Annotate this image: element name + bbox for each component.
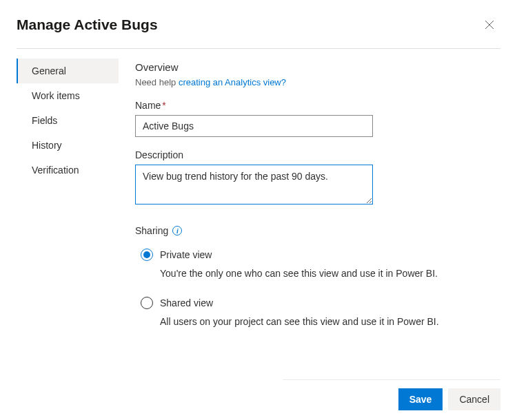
radio-label: Shared view [160, 297, 213, 308]
help-prefix: Need help [135, 77, 179, 87]
dialog-header: Manage Active Bugs [0, 0, 517, 48]
radio-option-private: Private view You're the only one who can… [141, 249, 500, 279]
description-field-block: Description View bug trend history for t… [135, 149, 500, 204]
radio-icon [141, 297, 153, 309]
dialog-title: Manage Active Bugs [17, 17, 158, 33]
description-label: Description [135, 149, 500, 160]
help-link[interactable]: creating an Analytics view? [179, 77, 286, 87]
sidebar-item-verification[interactable]: Verification [17, 158, 119, 182]
sharing-label: Sharing [135, 225, 168, 236]
sidebar-item-general[interactable]: General [17, 59, 119, 83]
name-field-block: Name* [135, 100, 500, 137]
radio-shared[interactable]: Shared view [141, 297, 500, 309]
sidebar-item-fields[interactable]: Fields [17, 108, 119, 133]
description-textarea[interactable]: View bug trend history for the past 90 d… [135, 165, 373, 204]
sidebar-item-label: Fields [32, 115, 57, 126]
dialog-body: General Work items Fields History Verifi… [0, 49, 517, 345]
save-button[interactable]: Save [398, 388, 443, 410]
radio-private[interactable]: Private view [141, 249, 500, 261]
main-panel: Overview Need help creating an Analytics… [119, 54, 500, 345]
radio-label: Private view [160, 249, 212, 260]
name-input[interactable] [135, 115, 373, 137]
required-asterisk: * [162, 100, 165, 111]
info-icon[interactable]: i [172, 226, 182, 235]
sharing-label-row: Sharing i [135, 225, 500, 236]
sidebar-item-history[interactable]: History [17, 133, 119, 158]
overview-heading: Overview [135, 61, 500, 73]
close-icon [485, 20, 494, 30]
name-label: Name* [135, 100, 500, 111]
name-label-text: Name [135, 100, 161, 111]
radio-description: All users on your project can see this v… [160, 316, 500, 327]
radio-description: You're the only one who can see this vie… [160, 268, 500, 279]
footer-divider [283, 379, 500, 380]
sidebar-item-label: History [32, 140, 62, 151]
sidebar-item-label: General [32, 65, 66, 76]
dialog-footer: Save Cancel [17, 379, 500, 410]
sidebar-item-label: Verification [32, 165, 79, 176]
sidebar: General Work items Fields History Verifi… [17, 54, 119, 345]
sidebar-item-label: Work items [32, 90, 80, 101]
radio-option-shared: Shared view All users on your project ca… [141, 297, 500, 327]
radio-icon [141, 249, 153, 261]
close-button[interactable] [478, 14, 500, 36]
help-line: Need help creating an Analytics view? [135, 77, 500, 87]
sidebar-item-work-items[interactable]: Work items [17, 83, 119, 108]
footer-buttons: Save Cancel [17, 388, 500, 410]
cancel-button[interactable]: Cancel [448, 388, 500, 410]
sharing-radio-group: Private view You're the only one who can… [135, 249, 500, 327]
